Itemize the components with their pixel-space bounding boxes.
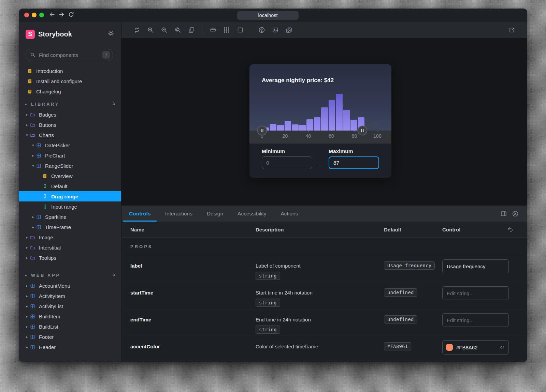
sidebar-item-default[interactable]: Default: [19, 181, 121, 191]
expand-all-icon[interactable]: [111, 272, 116, 279]
gear-icon[interactable]: [107, 30, 114, 38]
accentcolor-control[interactable]: #FB8A62: [442, 340, 509, 355]
prop-name: label: [130, 255, 256, 269]
section-web-app[interactable]: ▾ WEB APP: [19, 270, 121, 281]
histogram-bar: [314, 117, 321, 131]
sidebar-item-buildlist[interactable]: ▸ BuildList: [19, 321, 121, 332]
maximum-label: Maximum: [329, 148, 353, 154]
folder-icon: [29, 254, 36, 261]
prop-description: Color of selected timeframe: [256, 344, 384, 349]
back-icon[interactable]: [49, 11, 55, 19]
starttime-control-input[interactable]: [442, 286, 509, 300]
color-swatch[interactable]: [446, 344, 453, 351]
chevron-right-icon: ▸: [25, 304, 29, 308]
sidebar-item-badges[interactable]: ▸ Badges: [19, 109, 121, 120]
maximum-input[interactable]: [329, 156, 379, 169]
close-panel-icon[interactable]: [509, 209, 521, 219]
sidebar-item-datepicker[interactable]: ▾ DatePicker: [19, 140, 121, 150]
sidebar-item-changelog[interactable]: Changelog: [19, 86, 121, 96]
tab-controls[interactable]: Controls: [128, 206, 152, 222]
histogram-bar: [336, 94, 343, 131]
layers-icon[interactable]: [283, 25, 295, 35]
address-bar[interactable]: localhost: [237, 11, 299, 20]
slider-handle-max[interactable]: [358, 126, 368, 136]
sidebar-item-activitylist[interactable]: ▸ ActivityList: [19, 301, 121, 311]
reload-icon[interactable]: [68, 11, 74, 19]
accessibility-icon[interactable]: [256, 25, 268, 35]
sidebar-item-rangeslider[interactable]: ▾ RangeSlider: [19, 161, 121, 171]
sidebar-item-sparkline[interactable]: ▸ Sparkline: [19, 212, 121, 222]
component-icon: [29, 344, 36, 350]
forward-icon[interactable]: [58, 11, 65, 19]
prop-default-chip: #FA8961: [384, 342, 411, 350]
label-control-input[interactable]: [442, 259, 509, 273]
minimum-input[interactable]: [262, 156, 312, 169]
sidebar-item-overview[interactable]: Overview: [19, 171, 121, 181]
expand-all-icon[interactable]: [111, 101, 116, 108]
outline-icon[interactable]: [234, 25, 246, 35]
panel-tabs: Controls Interactions Design Accessibili…: [121, 206, 527, 222]
sidebar-item-interstitial[interactable]: ▸ Interstitial: [19, 242, 121, 253]
table-row-endtime: endTime End time in 24h notation string …: [121, 309, 527, 336]
histogram-bar: [350, 120, 357, 131]
search-box[interactable]: /: [26, 49, 113, 61]
sidebar-item-builditem[interactable]: ▸ BuildItem: [19, 311, 121, 321]
folder-icon: [29, 121, 36, 128]
sidebar-item-buttons[interactable]: ▸ Buttons: [19, 120, 121, 130]
sidebar-item-install-and-configure[interactable]: Install and configure: [19, 76, 121, 86]
doc-icon: [41, 172, 48, 179]
traffic-lights: [24, 13, 44, 17]
tab-accessibility[interactable]: Accessibility: [237, 206, 267, 222]
sidebar-item-charts[interactable]: ▾ Charts: [19, 130, 121, 140]
brand-title: Storybook: [38, 30, 107, 38]
chevron-right-icon: ▸: [25, 235, 29, 240]
close-window-button[interactable]: [24, 13, 29, 17]
chevron-right-icon: ▸: [31, 153, 35, 158]
sidebar-item-header[interactable]: ▸ Header: [19, 342, 121, 352]
bookmark-icon: [41, 193, 48, 200]
histogram: [262, 94, 379, 131]
sidebar-item-timeframe[interactable]: ▸ TimeFrame: [19, 222, 121, 232]
code-icon[interactable]: [500, 345, 505, 350]
slider-handle-min[interactable]: [257, 126, 267, 136]
tab-actions[interactable]: Actions: [280, 206, 299, 222]
sidebar-item-introduction[interactable]: Introduction: [19, 66, 121, 76]
sidebar-item-image[interactable]: ▸ Image: [19, 232, 121, 242]
stacked-copies-icon[interactable]: [186, 25, 197, 35]
sidebar-item-piechart[interactable]: ▸ PieChart: [19, 150, 121, 161]
tab-design[interactable]: Design: [206, 206, 224, 222]
minimize-window-button[interactable]: [32, 13, 37, 17]
doc-icon: [26, 78, 33, 85]
maximize-window-button[interactable]: [39, 13, 44, 17]
prop-type-chip: string: [256, 299, 280, 307]
endtime-control-input[interactable]: [442, 313, 509, 327]
component-icon: [35, 152, 42, 159]
canvas-toolbar: [121, 22, 527, 38]
remount-icon[interactable]: [131, 25, 143, 35]
tab-interactions[interactable]: Interactions: [164, 206, 193, 222]
histogram-bar: [292, 124, 299, 131]
search-input[interactable]: [38, 52, 102, 58]
panel-position-icon[interactable]: [498, 209, 509, 219]
sidebar-item-input-range[interactable]: Input range: [19, 201, 121, 212]
prop-description: End time in 24h notation: [256, 317, 384, 322]
reset-zoom-icon[interactable]: [172, 25, 184, 35]
zoom-in-icon[interactable]: [145, 25, 156, 35]
ruler-icon[interactable]: [207, 25, 219, 35]
background-image-icon[interactable]: [270, 25, 281, 35]
browser-chrome: localhost: [19, 9, 527, 22]
reset-controls-icon[interactable]: [507, 226, 514, 234]
section-library[interactable]: ▾ LIBRARY: [19, 99, 121, 109]
bookmark-icon: [41, 203, 48, 210]
sidebar-item-accountmenu[interactable]: ▸ AccountMenu: [19, 281, 121, 291]
chevron-down-icon: ▾: [31, 143, 35, 148]
search-shortcut-key: /: [102, 51, 110, 59]
zoom-out-icon[interactable]: [158, 25, 170, 35]
column-description: Description: [256, 227, 384, 232]
grid-icon[interactable]: [221, 25, 232, 35]
sidebar-item-activityitem[interactable]: ▸ ActivityItem: [19, 291, 121, 301]
sidebar-item-tooltips[interactable]: ▸ Tooltips: [19, 253, 121, 263]
sidebar-item-footer[interactable]: ▸ Footer: [19, 332, 121, 342]
open-external-icon[interactable]: [506, 25, 518, 35]
sidebar-item-drag-range[interactable]: Drag range: [19, 191, 121, 201]
